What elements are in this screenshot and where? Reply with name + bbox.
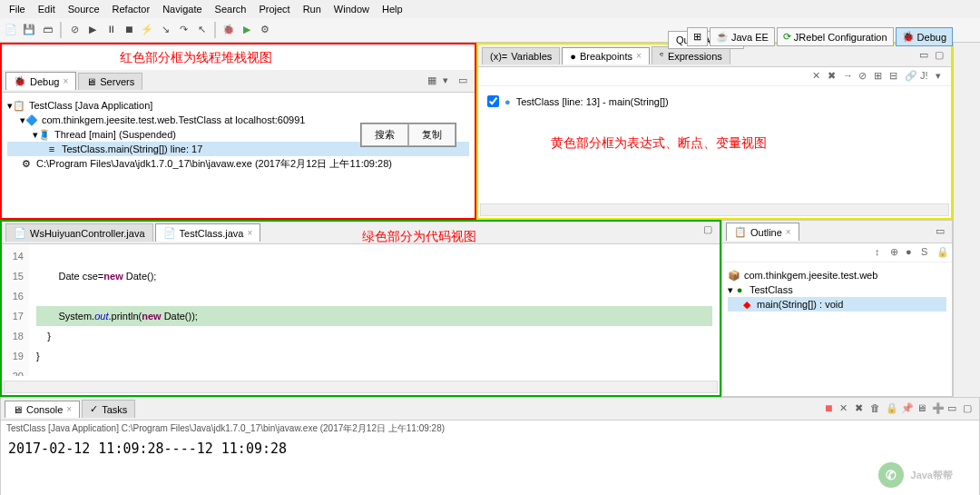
maximize-icon[interactable]: ▢ — [703, 223, 716, 236]
perspective-open[interactable]: ⊞ — [687, 27, 708, 46]
menu-icon[interactable]: ▾ — [936, 70, 948, 83]
hide-static-icon[interactable]: S — [921, 246, 934, 259]
disconnect-icon[interactable]: ⚡ — [140, 22, 154, 36]
pin-icon[interactable]: 📌 — [901, 402, 914, 415]
skip-icon[interactable]: ⊘ — [858, 70, 871, 83]
editor-tab-1[interactable]: 📄 WsHuiyuanController.java — [5, 223, 153, 242]
outline-toolbar: ↕ ⊕ ● S 🔒 — [722, 243, 952, 262]
menu-project[interactable]: Project — [253, 2, 295, 16]
skip-breakpoints-icon[interactable]: ⊘ — [67, 22, 82, 36]
tab-expressions[interactable]: ᵉ Expressions — [652, 46, 730, 64]
bp-checkbox[interactable] — [487, 95, 499, 107]
scroll-lock-icon[interactable]: 🔒 — [886, 402, 898, 415]
wechat-icon: ✆ — [878, 462, 904, 488]
save-icon[interactable]: 💾 — [22, 22, 36, 36]
menu-window[interactable]: Window — [328, 2, 375, 16]
menu-refactor[interactable]: Refactor — [107, 2, 156, 16]
tab-servers[interactable]: 🖥 Servers — [78, 73, 142, 90]
console-view: 🖥 Console × ✓ Tasks ⏹ ✕ ✖ 🗑 🔒 📌 🖥 ➕ ▭ ▢ … — [0, 397, 980, 495]
display-selected-icon[interactable]: 🖥 — [916, 402, 929, 415]
debug-icon[interactable]: 🐞 — [221, 22, 236, 36]
open-console-icon[interactable]: ➕ — [932, 402, 945, 415]
goto-icon[interactable]: → — [843, 70, 856, 83]
minimize-icon[interactable]: ▭ — [458, 74, 471, 87]
terminate-icon[interactable]: ⏹ — [122, 22, 136, 36]
resume-icon[interactable]: ▶ — [85, 22, 100, 36]
debug-view: 红色部分框为线程堆栈视图 🐞 Debug × 🖥 Servers ▦ ▾ ▭ ▾… — [0, 43, 476, 220]
sort-icon[interactable]: ↕ — [875, 246, 887, 259]
minimize-icon[interactable]: ▭ — [947, 402, 960, 415]
step-return-icon[interactable]: ↖ — [194, 22, 209, 36]
editor-view: 📄 WsHuiyuanController.java 📄 TestClass.j… — [0, 220, 721, 397]
collapse-icon[interactable]: ⊟ — [889, 70, 902, 83]
remove-all-icon[interactable]: ✖ — [828, 70, 840, 83]
tab-console[interactable]: 🖥 Console × — [5, 401, 80, 418]
run-external-icon[interactable]: ⚙ — [258, 22, 272, 36]
perspective-switcher: ⊞ ☕Java EE ⟳JRebel Configuration 🐞Debug — [687, 27, 953, 46]
filter-icon[interactable]: ⊕ — [890, 246, 903, 259]
outline-view: 📋 Outline × ▭ ↕ ⊕ ● S 🔒 📦com.thinkgem.je… — [721, 220, 953, 397]
clear-icon[interactable]: 🗑 — [870, 402, 883, 415]
code-editor[interactable]: 14151617181920 Date cse=new Date(); Syst… — [2, 244, 720, 376]
terminate-icon[interactable]: ⏹ — [824, 402, 837, 415]
layout-icon[interactable]: ▦ — [427, 74, 440, 87]
expand-icon[interactable]: ⊞ — [874, 70, 887, 83]
search-button[interactable]: 搜索 — [361, 124, 408, 146]
tree-process[interactable]: ⚙C:\Program Files\Java\jdk1.7.0_17\bin\j… — [7, 156, 469, 172]
variables-view: (x)= Variables ● Breakpoints × ᵉ Express… — [476, 43, 953, 220]
hide-nonpublic-icon[interactable]: 🔒 — [936, 246, 949, 259]
remove-icon[interactable]: ✕ — [812, 70, 825, 83]
tab-variables[interactable]: (x)= Variables — [482, 47, 560, 64]
run-icon[interactable]: ▶ — [240, 22, 254, 36]
perspective-javaee[interactable]: ☕Java EE — [710, 27, 775, 46]
menu-bar: File Edit Source Refactor Navigate Searc… — [0, 0, 980, 18]
perspective-jrebel[interactable]: ⟳JRebel Configuration — [777, 27, 894, 46]
save-all-icon[interactable]: 🗃 — [40, 22, 54, 36]
copy-button[interactable]: 复制 — [408, 124, 456, 146]
hide-fields-icon[interactable]: ● — [906, 246, 918, 259]
menu-file[interactable]: File — [4, 2, 31, 16]
line-gutter: 14151617181920 — [2, 244, 29, 376]
menu-search[interactable]: Search — [210, 2, 252, 16]
tab-outline[interactable]: 📋 Outline × — [726, 223, 799, 241]
minimize-icon[interactable]: ▭ — [919, 49, 932, 62]
console-output[interactable]: 2017-02-12 11:09:28----12 11:09:28 — [1, 437, 979, 460]
menu-navigate[interactable]: Navigate — [157, 2, 207, 16]
outline-class[interactable]: ▾●TestClass — [728, 282, 946, 297]
scrollbar-h[interactable] — [4, 381, 718, 393]
breakpoints-toolbar: ✕ ✖ → ⊘ ⊞ ⊟ 🔗 J! ▾ — [478, 67, 951, 86]
suspend-icon[interactable]: ⏸ — [103, 22, 118, 36]
maximize-icon[interactable]: ▢ — [935, 49, 947, 62]
annotation-yellow: 黄色部分框为表达式、断点、变量视图 — [551, 135, 767, 152]
minimize-icon[interactable]: ▭ — [936, 225, 948, 238]
breakpoint-item[interactable]: ● TestClass [line: 13] - main(String[]) — [485, 94, 944, 109]
outline-pkg[interactable]: 📦com.thinkgem.jeesite.test.web — [728, 268, 946, 282]
step-over-icon[interactable]: ↷ — [176, 22, 191, 36]
maximize-icon[interactable]: ▢ — [963, 402, 975, 415]
annotation-red: 红色部分框为线程堆栈视图 — [120, 50, 272, 66]
perspective-debug[interactable]: 🐞Debug — [896, 27, 953, 46]
menu-run[interactable]: Run — [298, 2, 327, 16]
context-popup: 搜索 复制 — [360, 123, 456, 147]
step-into-icon[interactable]: ↘ — [158, 22, 172, 36]
editor-tab-2[interactable]: 📄 TestClass.java × — [155, 223, 261, 242]
scrollbar[interactable] — [480, 203, 949, 216]
annotation-green: 绿色部分为代码视图 — [362, 229, 476, 247]
tab-tasks[interactable]: ✓ Tasks — [82, 400, 135, 418]
outline-method[interactable]: ◆main(String[]) : void — [728, 297, 946, 312]
watermark: ✆ Java帮帮 — [878, 462, 953, 488]
menu-help[interactable]: Help — [377, 2, 408, 16]
tree-app[interactable]: ▾📋TestClass [Java Application] — [7, 98, 469, 113]
link-icon[interactable]: 🔗 — [905, 70, 917, 83]
menu-icon[interactable]: ▾ — [443, 74, 456, 87]
menu-source[interactable]: Source — [63, 2, 105, 16]
remove-launch-icon[interactable]: ✕ — [839, 402, 852, 415]
remove-all-term-icon[interactable]: ✖ — [855, 402, 867, 415]
console-title: TestClass [Java Application] C:\Program … — [1, 421, 979, 437]
menu-edit[interactable]: Edit — [33, 2, 61, 16]
tab-debug[interactable]: 🐞 Debug × — [5, 72, 76, 90]
add-java-icon[interactable]: J! — [920, 70, 933, 83]
tab-breakpoints[interactable]: ● Breakpoints × — [562, 47, 650, 64]
new-icon[interactable]: 📄 — [4, 22, 18, 36]
